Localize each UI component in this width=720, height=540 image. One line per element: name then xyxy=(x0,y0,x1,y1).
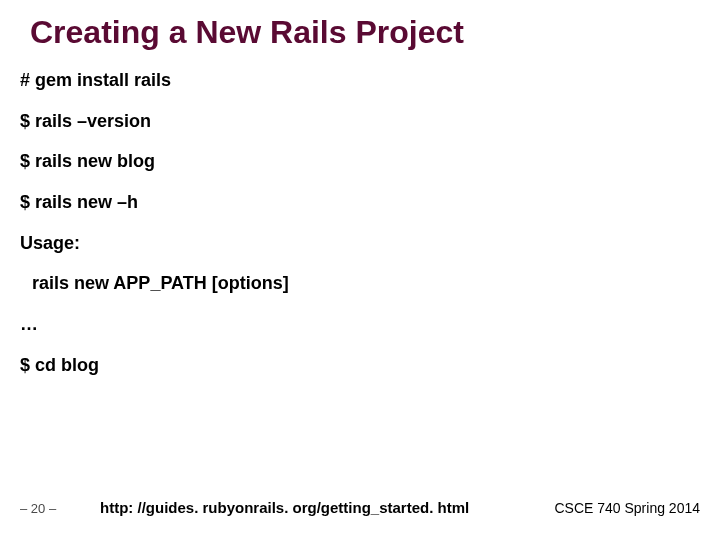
code-line: Usage: xyxy=(20,233,700,254)
slide: Creating a New Rails Project # gem insta… xyxy=(0,0,720,540)
code-line: # gem install rails xyxy=(20,70,700,91)
code-line: rails new APP_PATH [options] xyxy=(20,273,700,294)
slide-number: – 20 – xyxy=(20,501,56,516)
code-line: $ cd blog xyxy=(20,355,700,376)
code-line: … xyxy=(20,314,700,335)
footer-url: http: //guides. rubyonrails. org/getting… xyxy=(100,499,469,516)
slide-body: # gem install rails $ rails –version $ r… xyxy=(20,70,700,396)
code-line: $ rails –version xyxy=(20,111,700,132)
slide-title: Creating a New Rails Project xyxy=(30,14,464,51)
code-line: $ rails new –h xyxy=(20,192,700,213)
code-line: $ rails new blog xyxy=(20,151,700,172)
course-label: CSCE 740 Spring 2014 xyxy=(554,500,700,516)
